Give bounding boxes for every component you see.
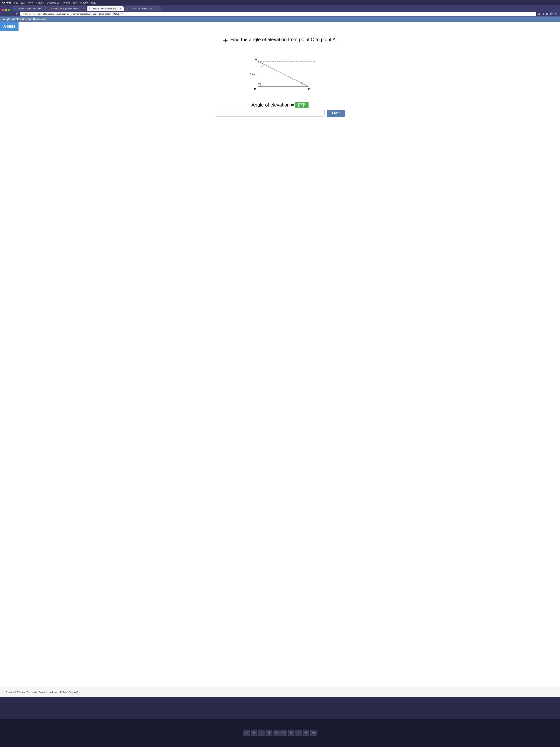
answer-input[interactable] (215, 110, 325, 117)
keyboard-row: F1 F2 F3 F4 F5 F6 F7 F8 F9 F10 (243, 730, 317, 736)
page-title-bar: Angles of Elevation and Depression (0, 17, 560, 22)
triangle-diagram: A 58° 6 mi B C ? (236, 48, 324, 100)
close-traffic-light[interactable] (1, 9, 4, 11)
question-text: Find the angle of elevation from point C… (230, 36, 337, 43)
maximize-traffic-light[interactable] (8, 9, 10, 11)
equation-text: Angle of elevation = [?]° (251, 102, 309, 108)
acellus-header: A ellus (0, 22, 560, 31)
tab-label-desmos: Desmos | Scientific Calculator (130, 7, 156, 10)
menu-help[interactable]: Help (91, 1, 96, 4)
tab-favicon-desmos: 𝒟 (126, 7, 129, 10)
menu-window[interactable]: Window (80, 1, 88, 4)
enter-button[interactable]: Enter (327, 110, 345, 117)
menu-view[interactable]: View (28, 1, 33, 4)
minimize-traffic-light[interactable] (5, 9, 7, 11)
key-f1: F1 (243, 730, 250, 736)
screen-icon[interactable]: ▣ (545, 12, 548, 16)
toolbar-icons: ⊙ ⊕ ▣ 🔊 ✕ (538, 12, 557, 16)
tab-label-search: Search results - benjamin.sage (18, 7, 44, 10)
label-angle-58: 58° (261, 65, 264, 68)
tab-favicon-acellus: A (89, 7, 91, 10)
hypotenuse-ac (258, 61, 308, 86)
menu-profiles[interactable]: Profiles (62, 1, 70, 4)
tab-ixl[interactable]: IXL IXL CODE (JWK: Similar Triang ✕ (49, 6, 86, 11)
label-point-b: B (254, 87, 256, 91)
acellus-logo-a: A (3, 24, 6, 28)
browser-chrome: M Search results - benjamin.sage ✕ IXL I… (0, 5, 560, 17)
traffic-lights (1, 9, 10, 11)
key-f9: F9 (302, 730, 309, 736)
menu-edit[interactable]: Edit (21, 1, 25, 4)
menu-history[interactable]: History (36, 1, 44, 4)
tab-close-desmos[interactable]: ✕ (157, 7, 159, 10)
key-f7: F7 (288, 730, 294, 736)
right-angle-marker (258, 83, 260, 86)
address-row: ← → ↻ ⚠ Not Secure | admin249.acellus.co… (1, 11, 559, 17)
label-point-a: A (255, 58, 257, 61)
bottom-spacer (0, 697, 560, 719)
forward-button[interactable]: → (9, 12, 14, 16)
tab-label-acellus: Acellus - The Science of Learn (92, 7, 119, 10)
menu-file[interactable]: File (14, 1, 18, 4)
tab-acellus[interactable]: A Acellus - The Science of Learn ✕ (87, 6, 124, 11)
input-row: Enter (215, 110, 345, 117)
address-bar[interactable]: ⚠ Not Secure | admin249.acellus.com/Stud… (20, 12, 536, 16)
mac-menu-bar: Chrome File Edit View History Bookmarks … (0, 0, 560, 5)
url-text: admin249.acellus.com/StudentFunctions/In… (38, 13, 123, 15)
menu-bookmarks[interactable]: Bookmarks (47, 1, 59, 4)
lesson-area: ✈ Find the angle of elevation from point… (0, 31, 560, 687)
volume-icon[interactable]: 🔊 (550, 12, 553, 16)
tab-close-acellus[interactable]: ✕ (120, 7, 122, 10)
tabs-row: M Search results - benjamin.sage ✕ IXL I… (12, 6, 161, 11)
tab-label-ixl: IXL CODE (JWK: Similar Triang (55, 7, 81, 10)
airplane-icon: ✈ (223, 37, 228, 44)
key-f10: F10 (310, 730, 317, 736)
key-f6: F6 (281, 730, 287, 736)
tab-close-ixl[interactable]: ✕ (82, 7, 84, 10)
tab-desmos[interactable]: 𝒟 Desmos | Scientific Calculator ✕ (124, 6, 161, 11)
answer-placeholder-box: [?]° (295, 102, 309, 108)
menu-tab[interactable]: Tab (73, 1, 77, 4)
security-warning-icon: ⚠ (22, 12, 24, 15)
equation-prefix: Angle of elevation = (251, 102, 295, 108)
tab-favicon-ixl: IXL (52, 7, 54, 10)
cast-icon[interactable]: ⊙ (538, 12, 540, 16)
security-label: Not Secure (25, 13, 35, 15)
answer-placeholder-text: [?]° (298, 102, 305, 107)
extension-icon[interactable]: ⊕ (542, 12, 544, 16)
more-icon[interactable]: ✕ (555, 12, 557, 16)
key-f8: F8 (295, 730, 302, 736)
label-unknown: ? (301, 81, 303, 85)
page-footer: Copyright © 2003 - 2022 International Ac… (0, 687, 560, 697)
label-6mi: 6 mi (250, 73, 255, 76)
page-title: Angles of Elevation and Depression (3, 18, 47, 21)
refresh-button[interactable]: ↻ (15, 12, 19, 16)
key-f4: F4 (266, 730, 272, 736)
label-point-c: C (308, 87, 310, 91)
diagram-container: A 58° 6 mi B C ? (236, 48, 324, 100)
tab-search-results[interactable]: M Search results - benjamin.sage ✕ (12, 6, 49, 11)
back-button[interactable]: ← (3, 12, 7, 16)
acellus-logo-text: ellus (7, 24, 15, 28)
key-f5: F5 (273, 730, 279, 736)
tab-close-search[interactable]: ✕ (45, 7, 47, 10)
point-c-dot (307, 85, 309, 87)
browser-content: A ellus ✈ Find the angle of elevation fr… (0, 22, 560, 697)
key-f2: F2 (251, 730, 258, 736)
key-f3: F3 (258, 730, 265, 736)
keyboard-area: F1 F2 F3 F4 F5 F6 F7 F8 F9 F10 (0, 719, 560, 747)
tab-favicon-gmail: M (14, 7, 17, 10)
copyright-text: Copyright © 2003 - 2022 International Ac… (5, 691, 78, 693)
acellus-logo: A ellus (0, 22, 19, 31)
app-name: Chrome (2, 1, 11, 4)
